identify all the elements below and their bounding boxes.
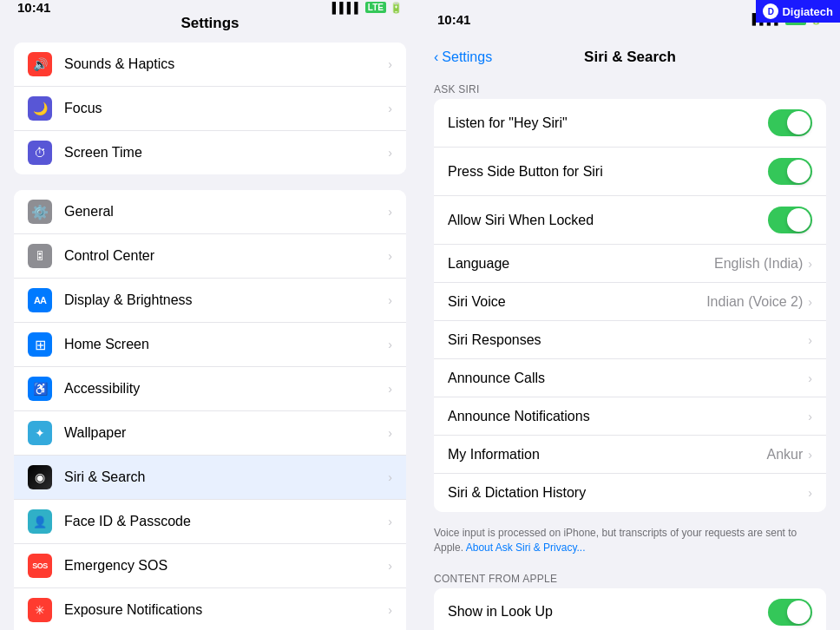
homescreen-chevron: › bbox=[388, 338, 392, 351]
language-label: Language bbox=[448, 256, 714, 272]
hey-siri-toggle[interactable] bbox=[768, 109, 812, 136]
settings-row-focus[interactable]: 🌙 Focus › bbox=[14, 87, 406, 131]
focus-icon: 🌙 bbox=[28, 96, 52, 121]
exposure-label: Exposure Notifications bbox=[64, 602, 388, 618]
detail-row-locked[interactable]: Allow Siri When Locked bbox=[434, 196, 826, 245]
left-status-bar: 10:41 ▌▌▌▌ LTE 🔋 bbox=[0, 0, 420, 15]
exposure-chevron: › bbox=[388, 603, 392, 617]
lte-badge: LTE bbox=[365, 2, 386, 13]
settings-title: Settings bbox=[180, 15, 239, 32]
locked-toggle[interactable] bbox=[768, 207, 812, 233]
sounds-icon: 🔊 bbox=[28, 52, 52, 76]
focus-label: Focus bbox=[64, 101, 388, 116]
sounds-chevron: › bbox=[388, 57, 392, 71]
detail-row-announce-notif[interactable]: Announce Notifications › bbox=[434, 397, 826, 436]
settings-row-general[interactable]: ⚙️ General › bbox=[14, 190, 406, 234]
detail-row-dictation-history[interactable]: Siri & Dictation History › bbox=[434, 474, 826, 512]
wallpaper-icon: ✦ bbox=[28, 421, 52, 445]
digiatech-text: Digiatech bbox=[782, 5, 833, 18]
detail-row-my-info[interactable]: My Information Ankur › bbox=[434, 436, 826, 474]
announce-calls-label: Announce Calls bbox=[448, 371, 808, 386]
back-button[interactable]: ‹ Settings bbox=[434, 49, 492, 65]
siri-responses-chevron: › bbox=[808, 333, 812, 347]
siri-icon: ◉ bbox=[28, 465, 52, 489]
settings-list: 🔊 Sounds & Haptics › 🌙 Focus › ⏱ Screen … bbox=[0, 43, 420, 630]
show-lookup-label: Show in Look Up bbox=[448, 604, 768, 620]
faceid-chevron: › bbox=[388, 515, 392, 528]
section-header-content-apple: CONTENT FROM APPLE bbox=[420, 566, 840, 588]
my-info-chevron: › bbox=[808, 448, 812, 462]
accessibility-chevron: › bbox=[388, 382, 392, 396]
accessibility-label: Accessibility bbox=[64, 381, 388, 397]
general-chevron: › bbox=[388, 205, 392, 219]
exposure-icon: ✳ bbox=[28, 598, 52, 622]
detail-row-siri-responses[interactable]: Siri Responses › bbox=[434, 321, 826, 359]
content-apple-group: Show in Look Up Show in Spotlight bbox=[434, 588, 826, 630]
my-info-value: Ankur bbox=[767, 447, 804, 463]
detail-row-show-lookup[interactable]: Show in Look Up bbox=[434, 588, 826, 630]
siri-voice-label: Siri Voice bbox=[448, 294, 706, 310]
siri-voice-value: Indian (Voice 2) bbox=[706, 294, 803, 310]
show-lookup-toggle[interactable] bbox=[768, 599, 812, 626]
language-value: English (India) bbox=[714, 256, 803, 272]
announce-notif-chevron: › bbox=[808, 410, 812, 423]
homescreen-icon: ⊞ bbox=[28, 332, 52, 357]
back-chevron-icon: ‹ bbox=[434, 49, 438, 65]
sos-icon: SOS bbox=[28, 554, 52, 578]
page-title: Siri & Search bbox=[584, 49, 676, 66]
controlcenter-label: Control Center bbox=[64, 248, 388, 264]
settings-row-faceid[interactable]: 👤 Face ID & Passcode › bbox=[14, 500, 406, 544]
dictation-history-label: Siri & Dictation History bbox=[448, 485, 808, 501]
controlcenter-icon: 🎛 bbox=[28, 244, 52, 268]
right-time: 10:41 bbox=[437, 12, 470, 27]
ask-siri-group: Listen for "Hey Siri" Press Side Button … bbox=[434, 99, 826, 512]
digiatech-logo: D bbox=[763, 3, 778, 19]
left-status-icons: ▌▌▌▌ LTE 🔋 bbox=[332, 2, 403, 14]
detail-row-language[interactable]: Language English (India) › bbox=[434, 245, 826, 283]
back-label: Settings bbox=[442, 49, 492, 65]
siri-label: Siri & Search bbox=[64, 469, 388, 485]
settings-row-exposure[interactable]: ✳ Exposure Notifications › bbox=[14, 588, 406, 630]
battery-icon: 🔋 bbox=[390, 2, 403, 14]
detail-row-side-button[interactable]: Press Side Button for Siri bbox=[434, 148, 826, 196]
settings-row-display[interactable]: AA Display & Brightness › bbox=[14, 279, 406, 323]
digiatech-badge: D Digiatech bbox=[756, 0, 840, 23]
faceid-icon: 👤 bbox=[28, 509, 52, 534]
siri-responses-label: Siri Responses bbox=[448, 332, 808, 348]
siri-chevron: › bbox=[388, 470, 392, 484]
settings-row-accessibility[interactable]: ♿ Accessibility › bbox=[14, 367, 406, 411]
sos-chevron: › bbox=[388, 559, 392, 573]
general-icon: ⚙️ bbox=[28, 200, 52, 224]
ask-siri-privacy-link[interactable]: About Ask Siri & Privacy... bbox=[466, 541, 586, 554]
settings-row-wallpaper[interactable]: ✦ Wallpaper › bbox=[14, 411, 406, 456]
left-time: 10:41 bbox=[17, 0, 50, 15]
detail-row-hey-siri[interactable]: Listen for "Hey Siri" bbox=[434, 99, 826, 148]
settings-group-1: 🔊 Sounds & Haptics › 🌙 Focus › ⏱ Screen … bbox=[14, 43, 406, 174]
settings-row-siri[interactable]: ◉ Siri & Search › bbox=[14, 456, 406, 500]
signal-icon: ▌▌▌▌ bbox=[332, 2, 362, 14]
display-icon: AA bbox=[28, 288, 52, 312]
screentime-icon: ⏱ bbox=[28, 141, 52, 165]
focus-chevron: › bbox=[388, 102, 392, 115]
settings-row-sos[interactable]: SOS Emergency SOS › bbox=[14, 544, 406, 588]
announce-calls-chevron: › bbox=[808, 371, 812, 385]
side-button-label: Press Side Button for Siri bbox=[448, 164, 768, 180]
siri-voice-chevron: › bbox=[808, 295, 812, 309]
settings-row-homescreen[interactable]: ⊞ Home Screen › bbox=[14, 323, 406, 367]
dictation-history-chevron: › bbox=[808, 486, 812, 500]
section-header-ask-siri: ASK SIRI bbox=[420, 76, 840, 99]
wallpaper-label: Wallpaper bbox=[64, 425, 388, 441]
display-label: Display & Brightness bbox=[64, 292, 388, 308]
display-chevron: › bbox=[388, 293, 392, 307]
screentime-chevron: › bbox=[388, 146, 392, 160]
settings-row-screentime[interactable]: ⏱ Screen Time › bbox=[14, 131, 406, 174]
side-button-toggle[interactable] bbox=[768, 158, 812, 185]
settings-group-2: ⚙️ General › 🎛 Control Center › AA Displ… bbox=[14, 190, 406, 630]
settings-row-sounds[interactable]: 🔊 Sounds & Haptics › bbox=[14, 43, 406, 87]
detail-row-announce-calls[interactable]: Announce Calls › bbox=[434, 359, 826, 397]
wallpaper-chevron: › bbox=[388, 426, 392, 440]
content-scroll[interactable]: ASK SIRI Listen for "Hey Siri" Press Sid… bbox=[420, 76, 840, 630]
detail-row-siri-voice[interactable]: Siri Voice Indian (Voice 2) › bbox=[434, 283, 826, 321]
nav-bar: ‹ Settings Siri & Search bbox=[420, 38, 840, 76]
settings-row-controlcenter[interactable]: 🎛 Control Center › bbox=[14, 234, 406, 279]
